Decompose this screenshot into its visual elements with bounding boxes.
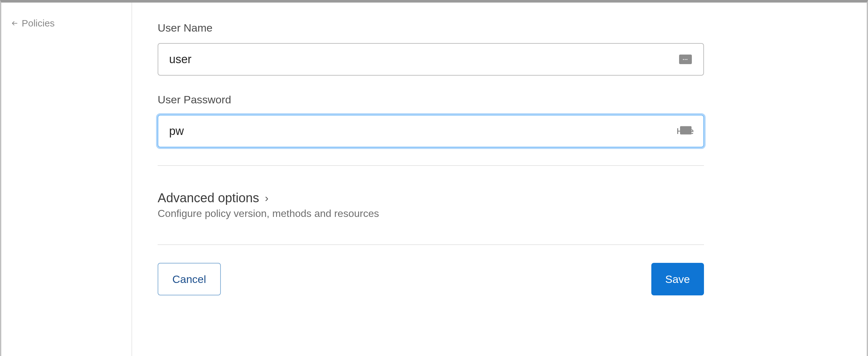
password-manager-icon bbox=[680, 126, 691, 135]
password-hide-toggle[interactable]: Hide bbox=[677, 126, 694, 136]
advanced-options-section: Advanced options › Configure policy vers… bbox=[158, 166, 704, 245]
form-actions: Cancel Save bbox=[158, 245, 704, 295]
arrow-left-icon bbox=[11, 20, 19, 27]
back-link-label: Policies bbox=[22, 18, 55, 29]
username-label: User Name bbox=[158, 22, 704, 34]
password-label: User Password bbox=[158, 94, 704, 106]
advanced-description: Configure policy version, methods and re… bbox=[158, 208, 704, 220]
password-manager-icon[interactable]: ••• bbox=[679, 55, 692, 64]
cancel-button[interactable]: Cancel bbox=[158, 263, 221, 295]
main-form: User Name ••• User Password Hide Advance… bbox=[132, 3, 867, 356]
password-input-wrap: Hide bbox=[158, 115, 704, 148]
advanced-options-toggle[interactable]: Advanced options › bbox=[158, 191, 704, 205]
password-input[interactable] bbox=[158, 115, 704, 148]
back-to-policies-link[interactable]: Policies bbox=[11, 18, 122, 29]
username-input[interactable] bbox=[158, 43, 704, 75]
sidebar: Policies bbox=[1, 3, 132, 356]
chevron-right-icon: › bbox=[265, 192, 268, 204]
advanced-title: Advanced options bbox=[158, 191, 259, 205]
app-window: Policies User Name ••• User Password Hid… bbox=[0, 0, 868, 356]
username-input-wrap: ••• bbox=[158, 43, 704, 75]
save-button[interactable]: Save bbox=[651, 263, 704, 295]
